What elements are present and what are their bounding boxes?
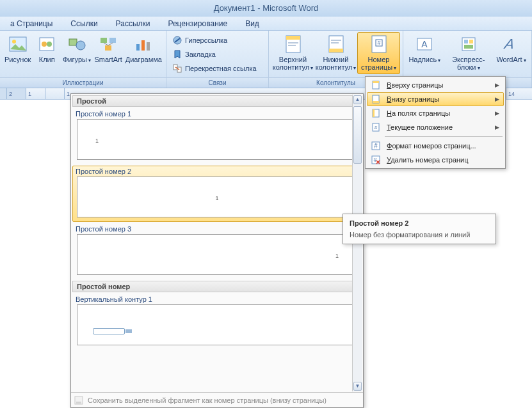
svg-rect-8: [109, 38, 116, 43]
svg-rect-39: [373, 101, 379, 103]
gallery-item-simple-2[interactable]: Простой номер 2 1: [72, 166, 362, 222]
bookmark-icon: [172, 49, 182, 59]
smartart-icon: [98, 34, 118, 54]
header-icon: [283, 34, 303, 54]
scroll-thumb[interactable]: [353, 106, 362, 164]
hyperlink-icon: [172, 35, 182, 45]
menu-separator: [385, 136, 503, 137]
svg-rect-10: [136, 44, 140, 51]
menu-current-position[interactable]: # Текущее положение▶: [367, 120, 504, 134]
svg-rect-19: [288, 45, 296, 46]
menu-top-of-page[interactable]: Вверху страницы▶: [367, 78, 504, 92]
gallery-item-vertical-contour-1[interactable]: Вертикальный контур 1: [72, 294, 362, 350]
svg-text:A: A: [503, 36, 516, 52]
crossref-icon: [172, 63, 182, 74]
tooltip-title: Простой номер 2: [350, 219, 489, 227]
tab-references[interactable]: Ссылки: [61, 19, 106, 28]
svg-text:#: #: [375, 125, 378, 130]
svg-rect-5: [69, 39, 77, 45]
svg-rect-17: [286, 36, 300, 40]
picture-icon: [8, 34, 28, 54]
hash-delete-icon: #: [370, 154, 382, 166]
gallery-save-selection: Сохранить выделенный фрагмент как номер …: [71, 392, 363, 407]
save-selection-icon: [74, 395, 84, 405]
svg-rect-9: [105, 45, 111, 51]
svg-rect-30: [464, 40, 468, 43]
shapes-icon: [67, 34, 87, 54]
tab-review[interactable]: Рецензирование: [159, 19, 236, 28]
title-bar: Документ1 - Microsoft Word: [0, 0, 532, 17]
svg-point-4: [47, 42, 52, 47]
tooltip-body: Номер без форматирования и линий: [350, 231, 489, 239]
chart-icon: [133, 34, 154, 54]
gallery-tooltip: Простой номер 2 Номер без форматирования…: [343, 214, 496, 244]
page-top-icon: [370, 79, 382, 91]
svg-point-6: [76, 41, 85, 50]
hash-format-icon: #: [370, 140, 382, 152]
svg-rect-23: [331, 42, 339, 43]
wordart-button[interactable]: A WordArt: [494, 32, 529, 67]
svg-rect-37: [373, 81, 379, 83]
svg-text:#: #: [374, 143, 378, 150]
quickparts-icon: [458, 34, 479, 54]
smartart-button[interactable]: SmartArt: [93, 32, 124, 65]
page-number-gallery: Простой Простой номер 1 1 Простой номер …: [70, 93, 364, 408]
svg-rect-18: [288, 42, 298, 43]
svg-rect-11: [141, 40, 145, 51]
footer-button[interactable]: Нижний колонтитул: [314, 32, 357, 74]
scroll-up-icon[interactable]: ▲: [353, 95, 362, 104]
clip-icon: [36, 34, 57, 54]
menu-remove-page-numbers[interactable]: # Удалить номера страниц: [367, 153, 504, 167]
tab-page-partial[interactable]: а Страницы: [1, 19, 61, 28]
svg-text:A: A: [422, 39, 428, 49]
page-number-submenu: Вверху страницы▶ Внизу страницы▶ На поля…: [365, 76, 506, 169]
svg-rect-41: [373, 109, 375, 117]
page-bottom-icon: [370, 93, 382, 105]
svg-rect-31: [469, 40, 473, 43]
gallery-item-simple-1[interactable]: Простой номер 1 1: [72, 108, 362, 164]
page-number-button[interactable]: # Номер страницы: [357, 32, 400, 74]
svg-text:#: #: [373, 157, 376, 163]
menu-bottom-of-page[interactable]: Внизу страницы▶: [367, 92, 504, 106]
menu-page-margins[interactable]: На полях страницы▶: [367, 106, 504, 120]
chart-button[interactable]: Диаграмма: [124, 32, 163, 65]
svg-rect-22: [331, 40, 341, 41]
menu-format-page-numbers[interactable]: # Формат номеров страниц...: [367, 139, 504, 153]
textbox-button[interactable]: A Надпись: [406, 32, 444, 67]
crossref-button[interactable]: Перекрестная ссылка: [169, 61, 260, 75]
svg-rect-12: [147, 42, 150, 51]
group-label-links: Связи: [166, 77, 268, 88]
page-number-icon: #: [369, 34, 389, 54]
quickparts-button[interactable]: Экспресс-блоки: [444, 32, 494, 74]
picture-button[interactable]: Рисунок: [3, 32, 33, 65]
svg-rect-32: [464, 45, 473, 49]
group-label-illustrations: Иллюстрации: [0, 77, 166, 88]
gallery-category-simple: Простой: [72, 95, 362, 107]
page-margin-icon: [370, 107, 382, 119]
hyperlink-button[interactable]: Гиперссылка: [169, 33, 260, 47]
svg-text:#: #: [377, 40, 380, 46]
svg-point-1: [12, 40, 16, 43]
footer-icon: [326, 34, 346, 54]
svg-rect-21: [329, 49, 343, 52]
clip-button[interactable]: Клип: [33, 32, 61, 65]
wordart-icon: A: [501, 34, 521, 54]
ribbon-tabs: а Страницы Ссылки Рассылки Рецензировани…: [0, 17, 532, 31]
bookmark-button[interactable]: Закладка: [169, 47, 260, 61]
gallery-category-simple-number: Простой номер: [72, 281, 362, 292]
header-button[interactable]: Верхний колонтитул: [271, 32, 314, 74]
scroll-down-icon[interactable]: ▼: [353, 382, 362, 391]
shapes-button[interactable]: Фигуры: [61, 32, 92, 67]
tab-view[interactable]: Вид: [236, 19, 268, 28]
svg-rect-35: [76, 402, 81, 404]
tab-mailings[interactable]: Рассылки: [107, 19, 159, 28]
svg-point-3: [42, 42, 47, 47]
svg-rect-7: [101, 38, 107, 43]
gallery-item-simple-3[interactable]: Простой номер 3 1: [72, 223, 362, 279]
textbox-icon: A: [414, 34, 435, 54]
page-current-icon: #: [370, 122, 382, 133]
